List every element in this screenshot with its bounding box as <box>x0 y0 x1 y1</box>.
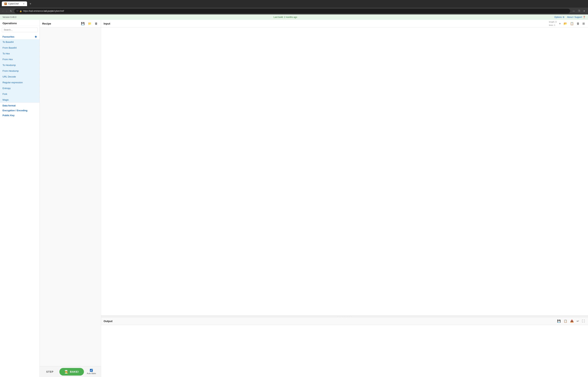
address-suffix: /cyberchef/ <box>53 10 64 12</box>
input-actions: + 📂 📋 🗑 ⊞ <box>558 22 586 26</box>
win-minimize-button[interactable]: — <box>572 9 576 13</box>
input-lines-value: 1 <box>554 24 555 26</box>
build-info: Last build: 2 months ago <box>16 16 554 18</box>
new-tab-button[interactable]: + <box>29 2 32 6</box>
recipe-load-button[interactable]: 📁 <box>87 22 92 26</box>
recipe-delete-button[interactable]: 🗑 <box>94 22 98 26</box>
input-delete-button[interactable]: 🗑 <box>576 22 580 26</box>
tab-close-button[interactable]: ✕ <box>23 3 24 5</box>
bake-button[interactable]: 👨‍🍳 BAKE! <box>59 368 84 376</box>
recipe-title: Recipe <box>42 22 79 25</box>
version-bar: Version 9.48.0 Last build: 2 months ago … <box>0 14 588 20</box>
sidebar-item-regex[interactable]: Regular expression <box>0 80 40 85</box>
star-icon: ★ <box>34 35 37 38</box>
shield-icon: 🛡 <box>16 10 18 12</box>
input-length-value: 0 <box>555 21 557 23</box>
output-paste-to-input-button[interactable]: 📥 <box>569 319 575 323</box>
sidebar-item-to-hex[interactable]: To Hex <box>0 51 40 57</box>
address-text: https://kali-eminence.kali.purple/cyberc… <box>23 10 64 12</box>
right-panel: Input length: 0 lines: 1 + 📂 📋 🗑 ⊞ · · ·… <box>101 20 588 377</box>
input-meta: length: 0 lines: 1 <box>549 20 556 27</box>
favourites-category[interactable]: Favourites ★ <box>0 34 40 39</box>
input-open-button[interactable]: 📂 <box>563 22 568 26</box>
options-button[interactable]: Options ⚙ <box>554 16 564 18</box>
recipe-panel: Recipe 💾 📁 🗑 STEP 👨‍🍳 BAKE! Auto Bake <box>40 20 101 377</box>
address-bar-row: ‹ › ↻ 🛡 🔒 https://kali-eminence.kali.pur… <box>0 8 588 14</box>
address-prefix: https://kali-eminence. <box>23 10 44 12</box>
input-section: Input length: 0 lines: 1 + 📂 📋 🗑 ⊞ <box>101 20 588 316</box>
search-input[interactable] <box>2 27 38 32</box>
about-support-button[interactable]: About / Support ❓ <box>567 16 586 18</box>
auto-bake-label: Auto Bake <box>87 372 96 375</box>
sidebar-public-key-label[interactable]: Public Key <box>0 113 40 118</box>
step-button[interactable]: STEP <box>43 369 57 375</box>
output-header: Output 💾 📋 📥 ↩ ⛶ <box>101 317 588 325</box>
gear-icon: ⚙ <box>563 16 565 18</box>
sidebar-item-from-hex[interactable]: From Hex <box>0 57 40 62</box>
active-tab[interactable]: 🍳 CyberChef ✕ <box>2 1 27 6</box>
window-controls: — ❐ ✕ <box>572 9 586 13</box>
input-length-label: length: <box>549 21 555 23</box>
recipe-save-button[interactable]: 💾 <box>80 22 85 26</box>
address-highlight: kali.purple <box>44 10 54 12</box>
input-grid-button[interactable]: ⊞ <box>582 22 586 26</box>
auto-bake-checkbox[interactable] <box>90 369 93 372</box>
sidebar-item-from-hexdump[interactable]: From Hexdump <box>0 68 40 74</box>
options-label: Options <box>554 16 562 18</box>
version-actions: Options ⚙ About / Support ❓ <box>554 16 586 18</box>
input-lines-label: lines: <box>549 24 554 26</box>
input-add-button[interactable]: + <box>558 22 562 26</box>
output-actions: 💾 📋 📥 ↩ ⛶ <box>556 319 586 323</box>
sidebar-encryption-label[interactable]: Encryption / Encoding <box>0 108 40 113</box>
tab-title: CyberChef <box>8 2 19 5</box>
auto-bake-wrapper: Auto Bake <box>87 369 96 375</box>
recipe-header: Recipe 💾 📁 🗑 <box>40 20 101 27</box>
recipe-body <box>40 27 101 366</box>
sidebar-item-entropy[interactable]: Entropy <box>0 85 40 91</box>
output-body <box>101 325 588 377</box>
win-maximize-button[interactable]: ❐ <box>577 9 581 13</box>
sidebar-item-fork[interactable]: Fork <box>0 91 40 97</box>
sidebar-item-from-base64[interactable]: From Base64 <box>0 45 40 51</box>
sidebar-item-url-decode[interactable]: URL Decode <box>0 74 40 80</box>
sidebar-item-to-base64[interactable]: To Base64 <box>0 39 40 45</box>
input-body[interactable] <box>101 27 588 316</box>
sidebar-item-to-hexdump[interactable]: To Hexdump <box>0 62 40 68</box>
bake-label: BAKE! <box>70 370 79 373</box>
main-layout: Operations Favourites ★ To Base64 From B… <box>0 20 588 377</box>
sidebar-header: Operations <box>0 20 40 26</box>
about-label: About / Support <box>567 16 582 18</box>
output-section: Output 💾 📋 📥 ↩ ⛶ <box>101 317 588 377</box>
output-fullscreen-button[interactable]: ⛶ <box>581 319 586 323</box>
input-paste-button[interactable]: 📋 <box>569 22 575 26</box>
address-bar[interactable]: 🛡 🔒 https://kali-eminence.kali.purple/cy… <box>14 9 570 13</box>
nav-refresh-button[interactable]: ↻ <box>9 9 13 13</box>
sidebar: Operations Favourites ★ To Base64 From B… <box>0 20 40 377</box>
sidebar-item-magic[interactable]: Magic <box>0 97 40 103</box>
browser-tab-bar: 🍳 CyberChef ✕ + <box>0 0 588 8</box>
bake-emoji: 👨‍🍳 <box>64 370 68 374</box>
bottom-bar: STEP 👨‍🍳 BAKE! Auto Bake <box>40 366 101 377</box>
version-label: Version 9.48.0 <box>2 16 16 18</box>
output-undo-button[interactable]: ↩ <box>576 319 580 323</box>
question-icon: ❓ <box>583 16 586 18</box>
input-header: Input length: 0 lines: 1 + 📂 📋 🗑 ⊞ <box>101 20 588 27</box>
output-title: Output <box>104 319 556 323</box>
nav-back-button[interactable]: ‹ <box>2 9 4 13</box>
tab-favicon: 🍳 <box>4 2 7 5</box>
favourites-label: Favourites <box>2 35 14 38</box>
sidebar-data-format-label[interactable]: Data format <box>0 103 40 108</box>
nav-forward-button[interactable]: › <box>6 9 8 13</box>
win-close-button[interactable]: ✕ <box>582 9 586 13</box>
output-copy-button[interactable]: 📋 <box>563 319 568 323</box>
input-title: Input <box>104 22 549 25</box>
lock-icon: 🔒 <box>20 10 22 12</box>
sidebar-list: Favourites ★ To Base64 From Base64 To He… <box>0 34 40 377</box>
panel-divider[interactable]: · · · · · · · · · <box>101 316 588 317</box>
output-save-button[interactable]: 💾 <box>556 319 562 323</box>
